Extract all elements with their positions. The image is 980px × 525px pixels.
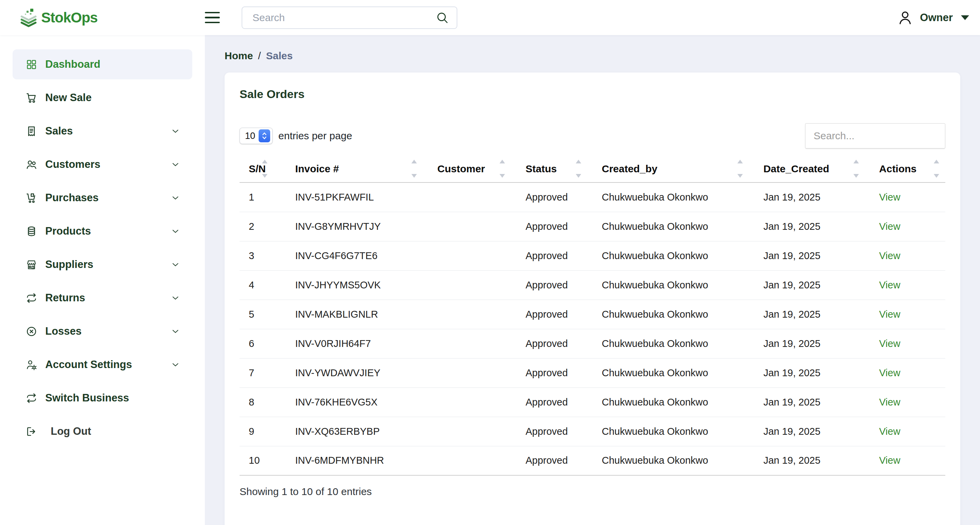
- stokops-logo-icon: [19, 8, 38, 27]
- view-link[interactable]: View: [879, 309, 900, 320]
- logout-icon: [25, 426, 37, 437]
- sidebar-item-log-out[interactable]: Log Out: [13, 416, 192, 446]
- sort-desc-icon: [576, 174, 581, 178]
- view-link[interactable]: View: [879, 250, 900, 261]
- column-header-label: Customer: [437, 163, 485, 174]
- cell-invoice: INV-YWDAWVJIEY: [274, 358, 423, 388]
- cell-sn: 4: [240, 270, 274, 300]
- sidebar-item-account-settings[interactable]: Account Settings: [13, 349, 192, 380]
- cell-status: Approved: [511, 300, 587, 329]
- entries-per-page-label: entries per page: [278, 130, 352, 142]
- column-header-created_by[interactable]: Created_by: [587, 155, 749, 182]
- cell-sn: 6: [240, 329, 274, 358]
- view-link[interactable]: View: [879, 221, 900, 232]
- cell-invoice: INV-76KHE6VG5X: [274, 388, 423, 417]
- cell-invoice: INV-6MDFMYBNHR: [274, 446, 423, 475]
- main-content: Home / Sales Sale Orders 10 entries per …: [205, 35, 980, 525]
- view-link[interactable]: View: [879, 191, 900, 203]
- sort-asc-icon: [411, 160, 417, 163]
- cell-sn: 7: [240, 358, 274, 388]
- x-circle-icon: [25, 326, 37, 337]
- table-row: 6INV-V0RJIH64F7ApprovedChukwuebuka Okonk…: [240, 329, 945, 358]
- breadcrumb-home-link[interactable]: Home: [224, 50, 253, 62]
- users-icon: [25, 159, 37, 171]
- cell-sn: 9: [240, 417, 274, 446]
- cell-status: Approved: [511, 241, 587, 270]
- sort-desc-icon: [934, 174, 939, 178]
- breadcrumb: Home / Sales: [224, 50, 960, 62]
- cell-customer: [423, 417, 511, 446]
- cell-customer: [423, 446, 511, 475]
- sidebar-item-dashboard[interactable]: Dashboard: [13, 49, 192, 79]
- cell-date-created: Jan 19, 2025: [749, 241, 865, 270]
- table-row: 4INV-JHYYMS5OVKApprovedChukwuebuka Okonk…: [240, 270, 945, 300]
- column-header-label: Invoice #: [295, 163, 339, 174]
- global-search: [242, 6, 457, 29]
- user-menu[interactable]: Owner: [897, 10, 969, 26]
- cell-date-created: Jan 19, 2025: [749, 182, 865, 212]
- column-header-status[interactable]: Status: [511, 155, 587, 182]
- cell-status: Approved: [511, 446, 587, 475]
- cell-customer: [423, 270, 511, 300]
- table-row: 9INV-XQ63ERBYBPApprovedChukwuebuka Okonk…: [240, 417, 945, 446]
- sort-desc-icon: [500, 174, 505, 178]
- table-row: 3INV-CG4F6G7TE6ApprovedChukwuebuka Okonk…: [240, 241, 945, 270]
- column-header-label: Status: [525, 163, 557, 174]
- view-link[interactable]: View: [879, 338, 900, 349]
- cell-invoice: INV-51PKFAWFIL: [274, 182, 423, 212]
- sidebar-item-label: Account Settings: [45, 359, 132, 371]
- cell-created-by: Chukwuebuka Okonkwo: [587, 270, 749, 300]
- repeat-icon: [25, 392, 37, 404]
- view-link[interactable]: View: [879, 367, 900, 378]
- sidebar-item-label: Suppliers: [45, 259, 93, 271]
- column-header-label: Date_Created: [763, 163, 829, 174]
- column-header-customer[interactable]: Customer: [423, 155, 511, 182]
- sidebar-nav: DashboardNew SaleSalesCustomersPurchases…: [0, 35, 205, 525]
- cell-status: Approved: [511, 417, 587, 446]
- table-search-input[interactable]: [805, 123, 945, 148]
- entries-select[interactable]: 10: [240, 128, 272, 144]
- sidebar-item-sales[interactable]: Sales: [13, 116, 192, 146]
- sidebar-item-returns[interactable]: Returns: [13, 283, 192, 313]
- cell-invoice: INV-MAKBLIGNLR: [274, 300, 423, 329]
- sidebar-item-purchases[interactable]: Purchases: [13, 183, 192, 213]
- sidebar-item-new-sale[interactable]: New Sale: [13, 83, 192, 113]
- sort-asc-icon: [500, 160, 505, 163]
- sidebar-item-products[interactable]: Products: [13, 216, 192, 246]
- sidebar-item-suppliers[interactable]: Suppliers: [13, 250, 192, 279]
- hamburger-menu-icon[interactable]: [205, 11, 220, 25]
- page-title: Sale Orders: [240, 88, 945, 101]
- cell-created-by: Chukwuebuka Okonkwo: [587, 417, 749, 446]
- app-title: StokOps: [41, 10, 98, 26]
- cell-invoice: INV-JHYYMS5OVK: [274, 270, 423, 300]
- table-row: 10INV-6MDFMYBNHRApprovedChukwuebuka Okon…: [240, 446, 945, 475]
- table-row: 5INV-MAKBLIGNLRApprovedChukwuebuka Okonk…: [240, 300, 945, 329]
- table-row: 8INV-76KHE6VG5XApprovedChukwuebuka Okonk…: [240, 388, 945, 417]
- view-link[interactable]: View: [879, 426, 900, 437]
- logo: StokOps: [19, 8, 205, 27]
- column-header-actions[interactable]: Actions: [865, 155, 945, 182]
- column-header-invoice[interactable]: Invoice #: [274, 155, 423, 182]
- topbar: StokOps Owner: [0, 0, 980, 35]
- sidebar-item-customers[interactable]: Customers: [13, 150, 192, 179]
- column-header-sn[interactable]: S/N: [240, 155, 274, 182]
- cell-status: Approved: [511, 329, 587, 358]
- sidebar-item-label: Switch Business: [45, 392, 129, 404]
- sidebar-item-losses[interactable]: Losses: [13, 316, 192, 346]
- global-search-input[interactable]: [242, 6, 457, 29]
- chevron-down-icon: [170, 193, 181, 203]
- view-link[interactable]: View: [879, 455, 900, 466]
- sidebar-item-switch-business[interactable]: Switch Business: [13, 383, 192, 413]
- cell-sn: 8: [240, 388, 274, 417]
- breadcrumb-separator: /: [258, 50, 261, 62]
- cell-status: Approved: [511, 358, 587, 388]
- view-link[interactable]: View: [879, 397, 900, 407]
- cell-sn: 1: [240, 182, 274, 212]
- cell-invoice: INV-XQ63ERBYBP: [274, 417, 423, 446]
- column-header-date[interactable]: Date_Created: [749, 155, 865, 182]
- cell-date-created: Jan 19, 2025: [749, 270, 865, 300]
- cell-created-by: Chukwuebuka Okonkwo: [587, 358, 749, 388]
- search-icon[interactable]: [436, 11, 449, 24]
- view-link[interactable]: View: [879, 279, 900, 290]
- sort-asc-icon: [934, 160, 939, 163]
